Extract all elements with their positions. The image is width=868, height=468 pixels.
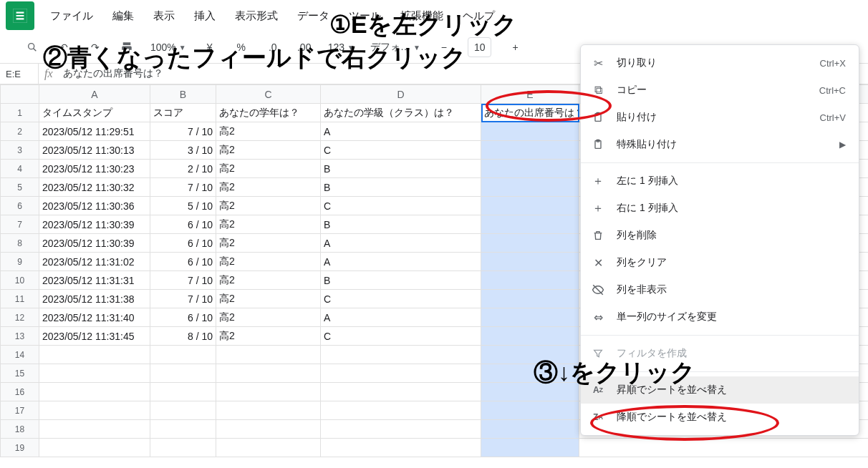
ctx-resize-col[interactable]: ⇔ 単一列のサイズを変更 <box>581 303 859 331</box>
row-header[interactable]: 5 <box>1 178 39 197</box>
cell[interactable] <box>481 364 579 383</box>
cell[interactable]: A <box>321 234 481 253</box>
cell[interactable] <box>321 420 481 439</box>
cell[interactable]: 高2 <box>216 122 321 141</box>
row-header[interactable]: 19 <box>1 439 39 457</box>
ctx-create-filter[interactable]: フィルタを作成 <box>581 340 859 367</box>
cell[interactable]: 5 / 10 <box>150 197 216 215</box>
cell[interactable]: 7 / 10 <box>150 122 216 141</box>
cell[interactable] <box>39 439 150 457</box>
cell[interactable]: 2023/05/12 11:31:45 <box>39 327 150 346</box>
cell[interactable] <box>321 439 481 457</box>
ctx-insert-right[interactable]: ＋ 右に 1 列挿入 <box>581 195 859 222</box>
cell[interactable]: 高2 <box>216 197 321 215</box>
row-header[interactable]: 11 <box>1 290 39 308</box>
menu-file[interactable]: ファイル <box>50 9 93 23</box>
cell[interactable]: 2023/05/12 11:29:51 <box>39 122 150 141</box>
cell[interactable]: 高2 <box>216 178 321 197</box>
cell[interactable]: 高2 <box>216 160 321 178</box>
cell[interactable] <box>216 364 321 383</box>
cell[interactable]: 高2 <box>216 271 321 290</box>
row-header[interactable]: 2 <box>1 122 39 141</box>
redo-icon[interactable]: ↷ <box>87 37 103 57</box>
cell[interactable] <box>39 364 150 383</box>
cell[interactable]: 高2 <box>216 308 321 327</box>
cell[interactable] <box>216 401 321 420</box>
row-header[interactable]: 8 <box>1 234 39 253</box>
cell[interactable]: 高2 <box>216 290 321 308</box>
cell[interactable] <box>150 439 216 457</box>
cell[interactable] <box>481 160 579 178</box>
cell[interactable]: A <box>321 253 481 271</box>
cell[interactable] <box>481 271 579 290</box>
cell[interactable]: あなたの学級（クラス）は？ <box>321 104 481 122</box>
cell[interactable]: 2023/05/12 11:31:31 <box>39 271 150 290</box>
cell[interactable] <box>216 439 321 457</box>
row-header[interactable]: 17 <box>1 401 39 420</box>
cell[interactable] <box>481 401 579 420</box>
cell[interactable]: 6 / 10 <box>150 215 216 234</box>
cell[interactable]: A <box>321 308 481 327</box>
cell[interactable] <box>481 215 579 234</box>
cell[interactable] <box>321 364 481 383</box>
select-all-corner[interactable] <box>1 85 39 104</box>
ctx-copy[interactable]: ⧉ コピー Ctrl+C <box>581 77 859 104</box>
cell[interactable] <box>150 401 216 420</box>
cell[interactable] <box>481 420 579 439</box>
col-header-C[interactable]: C <box>216 85 321 104</box>
zoom-dropdown[interactable]: 100%▼ <box>150 42 186 53</box>
menu-insert[interactable]: 挿入 <box>194 9 216 23</box>
menu-edit[interactable]: 編集 <box>112 9 134 23</box>
cell[interactable]: 6 / 10 <box>150 308 216 327</box>
row-header[interactable]: 4 <box>1 160 39 178</box>
row-header[interactable]: 13 <box>1 327 39 346</box>
cell[interactable]: 高2 <box>216 234 321 253</box>
cell[interactable]: 6 / 10 <box>150 253 216 271</box>
cell[interactable]: C <box>321 290 481 308</box>
menu-data[interactable]: データ <box>297 9 329 23</box>
cell[interactable]: 2023/05/12 11:30:32 <box>39 178 150 197</box>
cell[interactable]: B <box>321 271 481 290</box>
cell[interactable]: C <box>321 327 481 346</box>
font-size-input[interactable]: 10 <box>468 37 492 57</box>
row-header[interactable]: 7 <box>1 215 39 234</box>
row-header[interactable]: 15 <box>1 364 39 383</box>
cell[interactable]: C <box>321 197 481 215</box>
cell[interactable]: 8 / 10 <box>150 327 216 346</box>
cell[interactable] <box>150 364 216 383</box>
cell[interactable]: B <box>321 160 481 178</box>
cell[interactable]: 高2 <box>216 253 321 271</box>
cell[interactable] <box>321 383 481 401</box>
row-header[interactable]: 1 <box>1 104 39 122</box>
cell[interactable]: タイムスタンプ <box>39 104 150 122</box>
cell[interactable] <box>481 327 579 346</box>
print-icon[interactable] <box>119 37 135 57</box>
cell[interactable] <box>216 383 321 401</box>
cell[interactable]: C <box>321 141 481 160</box>
ctx-sort-desc[interactable]: ZA 降順でシートを並べ替え <box>581 404 859 431</box>
ctx-sort-asc[interactable]: AZ 昇順でシートを並べ替え <box>581 376 859 404</box>
undo-icon[interactable]: ↶ <box>56 37 72 57</box>
decrease-decimal-button[interactable]: .0 <box>265 37 281 57</box>
percent-button[interactable]: % <box>233 37 249 57</box>
cell[interactable] <box>321 346 481 364</box>
menu-tools[interactable]: ツール <box>349 9 381 23</box>
col-header-D[interactable]: D <box>321 85 481 104</box>
cell[interactable] <box>481 197 579 215</box>
cell[interactable]: 高2 <box>216 141 321 160</box>
menu-format[interactable]: 表示形式 <box>235 9 278 23</box>
cell[interactable]: 2023/05/12 11:30:39 <box>39 234 150 253</box>
cell[interactable] <box>150 346 216 364</box>
cell[interactable]: B <box>321 178 481 197</box>
cell[interactable] <box>39 401 150 420</box>
menu-help[interactable]: ヘルプ <box>463 9 495 23</box>
increase-decimal-button[interactable]: .00 <box>296 37 312 57</box>
cell[interactable] <box>481 346 579 364</box>
cell[interactable]: 7 / 10 <box>150 290 216 308</box>
menu-extensions[interactable]: 拡張機能 <box>400 9 443 23</box>
cell[interactable] <box>216 346 321 364</box>
cell[interactable] <box>481 253 579 271</box>
cell[interactable]: 7 / 10 <box>150 178 216 197</box>
cell[interactable] <box>481 122 579 141</box>
row-header[interactable]: 9 <box>1 253 39 271</box>
